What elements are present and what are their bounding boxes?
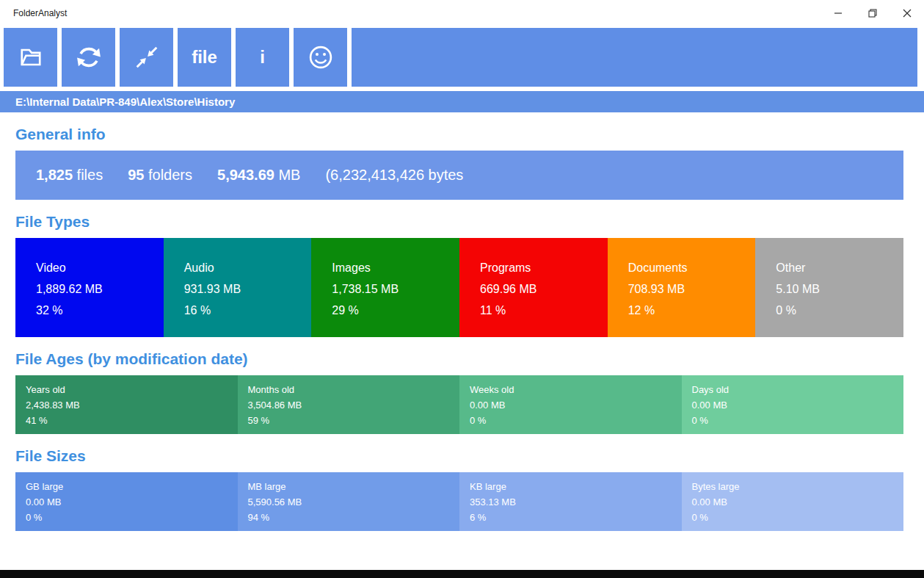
- tile-size: 1,889.62 MB: [36, 278, 164, 300]
- minimize-button[interactable]: [821, 0, 855, 26]
- tile-size: 353.13 MB: [470, 494, 682, 510]
- total-size: 5,943.69 MB: [217, 167, 300, 184]
- folders-count: 95 folders: [128, 167, 192, 184]
- tile-percent: 29 %: [332, 300, 459, 321]
- file-type-tile-images[interactable]: Images 1,738.15 MB 29 %: [311, 238, 459, 337]
- titlebar: FolderAnalyst: [0, 0, 924, 26]
- tile-label: Bytes large: [692, 479, 904, 494]
- files-count: 1,825 files: [36, 167, 103, 184]
- main-content: General info 1,825 files 95 folders 5,94…: [0, 126, 924, 531]
- tile-percent: 59 %: [248, 413, 460, 428]
- section-heading-file-types: File Types: [15, 213, 903, 231]
- refresh-icon: [73, 41, 105, 73]
- file-age-tile-days[interactable]: Days old 0.00 MB 0 %: [682, 375, 904, 434]
- file-age-tile-years[interactable]: Years old 2,438.83 MB 41 %: [15, 375, 238, 434]
- tile-label: Weeks old: [470, 382, 682, 397]
- file-age-tile-months[interactable]: Months old 3,504.86 MB 59 %: [238, 375, 460, 434]
- section-heading-file-ages: File Ages (by modification date): [15, 350, 903, 368]
- tile-label: Video: [36, 257, 164, 278]
- total-bytes: (6,232,413,426 bytes: [325, 167, 463, 184]
- tile-label: KB large: [470, 479, 682, 494]
- smiley-icon: [306, 43, 335, 72]
- arrows-inward-icon: [132, 43, 161, 72]
- toolbar-filler: [352, 28, 917, 87]
- refresh-button[interactable]: [62, 28, 115, 87]
- close-button[interactable]: [890, 0, 924, 26]
- file-type-tile-audio[interactable]: Audio 931.93 MB 16 %: [164, 238, 312, 337]
- restore-icon: [868, 9, 877, 18]
- about-button[interactable]: [294, 28, 347, 87]
- tile-size: 5,590.56 MB: [248, 494, 460, 510]
- file-sizes-row: GB large 0.00 MB 0 % MB large 5,590.56 M…: [15, 472, 903, 531]
- tile-label: Days old: [692, 382, 904, 397]
- current-path: E:\Internal Data\PR-849\Alex\Store\Histo…: [0, 95, 235, 108]
- file-type-tile-video[interactable]: Video 1,889.62 MB 32 %: [15, 238, 164, 337]
- tile-size: 708.93 MB: [628, 278, 756, 300]
- open-folder-button[interactable]: [4, 28, 57, 87]
- file-size-tile-gb[interactable]: GB large 0.00 MB 0 %: [15, 472, 238, 531]
- tile-label: Programs: [480, 257, 608, 278]
- tile-percent: 0 %: [470, 413, 682, 428]
- tile-label: Documents: [628, 257, 756, 278]
- window-title: FolderAnalyst: [0, 8, 821, 18]
- file-type-tile-programs[interactable]: Programs 669.96 MB 11 %: [459, 238, 608, 337]
- toolbar: file i: [0, 28, 924, 87]
- tile-percent: 41 %: [26, 413, 238, 428]
- tile-percent: 0 %: [692, 413, 904, 428]
- file-ages-row: Years old 2,438.83 MB 41 % Months old 3,…: [15, 375, 903, 434]
- tile-label: Years old: [26, 382, 238, 397]
- tile-percent: 11 %: [480, 300, 608, 321]
- tile-percent: 16 %: [184, 300, 312, 321]
- file-type-tile-other[interactable]: Other 5.10 MB 0 %: [755, 238, 903, 337]
- section-heading-general-info: General info: [15, 126, 903, 143]
- file-button[interactable]: file: [178, 28, 231, 87]
- tile-size: 3,504.86 MB: [248, 397, 460, 413]
- bottom-black-bar: [0, 570, 924, 578]
- restore-button[interactable]: [855, 0, 890, 26]
- file-size-tile-mb[interactable]: MB large 5,590.56 MB 94 %: [238, 472, 460, 531]
- tile-size: 931.93 MB: [184, 278, 312, 300]
- tile-percent: 0 %: [692, 510, 904, 525]
- info-button[interactable]: i: [236, 28, 289, 87]
- tile-percent: 32 %: [36, 300, 164, 321]
- file-size-tile-kb[interactable]: KB large 353.13 MB 6 %: [459, 472, 682, 531]
- tile-label: MB large: [248, 479, 460, 494]
- tile-percent: 12 %: [628, 300, 756, 321]
- tile-label: Images: [332, 257, 459, 278]
- file-age-tile-weeks[interactable]: Weeks old 0.00 MB 0 %: [459, 375, 682, 434]
- file-types-row: Video 1,889.62 MB 32 % Audio 931.93 MB 1…: [15, 238, 903, 337]
- tile-label: Other: [776, 257, 903, 278]
- tile-size: 0.00 MB: [692, 397, 904, 413]
- file-type-tile-documents[interactable]: Documents 708.93 MB 12 %: [608, 238, 756, 337]
- tile-size: 669.96 MB: [480, 278, 608, 300]
- tile-label: GB large: [26, 479, 238, 494]
- tile-size: 0.00 MB: [26, 494, 238, 510]
- tile-size: 0.00 MB: [470, 397, 682, 413]
- tile-percent: 0 %: [776, 300, 903, 321]
- path-bar: E:\Internal Data\PR-849\Alex\Store\Histo…: [0, 91, 924, 112]
- general-info-banner: 1,825 files 95 folders 5,943.69 MB (6,23…: [15, 151, 903, 200]
- tile-percent: 0 %: [26, 510, 238, 525]
- tile-size: 0.00 MB: [692, 494, 904, 510]
- info-icon: i: [260, 47, 265, 68]
- tile-label: Months old: [248, 382, 460, 397]
- file-size-tile-bytes[interactable]: Bytes large 0.00 MB 0 %: [682, 472, 904, 531]
- folder-icon: [16, 43, 46, 72]
- tile-size: 5.10 MB: [776, 278, 903, 300]
- minimize-icon: [834, 9, 843, 18]
- tile-label: Audio: [184, 257, 312, 278]
- tile-size: 1,738.15 MB: [332, 278, 459, 300]
- window-controls: [821, 0, 924, 26]
- tile-percent: 6 %: [470, 510, 682, 525]
- tile-percent: 94 %: [248, 510, 460, 525]
- close-icon: [903, 9, 912, 18]
- file-button-label: file: [192, 47, 217, 68]
- section-heading-file-sizes: File Sizes: [15, 447, 903, 465]
- collapse-button[interactable]: [120, 28, 173, 87]
- tile-size: 2,438.83 MB: [26, 397, 238, 413]
